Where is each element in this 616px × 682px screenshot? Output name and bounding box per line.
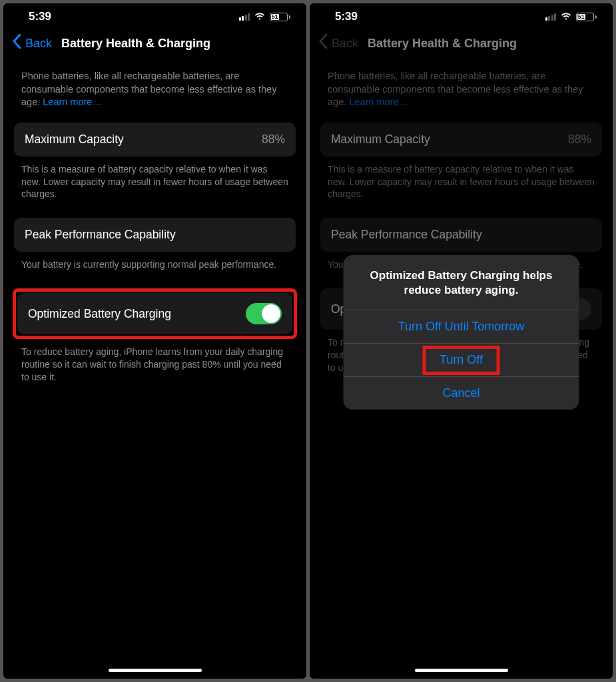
optimized-charging-footer: To reduce battery aging, iPhone learns f… bbox=[14, 339, 296, 401]
peak-performance-footer: Your battery is currently supporting nor… bbox=[14, 252, 296, 288]
back-button: Back bbox=[332, 37, 358, 51]
back-chevron-icon bbox=[319, 34, 328, 53]
peak-performance-row[interactable]: Peak Performance Capability bbox=[14, 218, 296, 252]
home-indicator[interactable] bbox=[109, 669, 202, 672]
max-capacity-row[interactable]: Maximum Capacity 88% bbox=[14, 123, 296, 157]
battery-icon: 51 bbox=[576, 13, 597, 21]
max-capacity-value: 88% bbox=[568, 133, 591, 147]
peak-performance-label: Peak Performance Capability bbox=[25, 228, 176, 242]
action-sheet-title: Optimized Battery Charging helps reduce … bbox=[343, 255, 579, 310]
learn-more-link: Learn more… bbox=[349, 97, 408, 107]
phone-screen-left: 5:39 51 Back Battery Health & Charging P… bbox=[3, 3, 306, 679]
intro-text: Phone batteries, like all rechargeable b… bbox=[320, 61, 602, 123]
page-title: Battery Health & Charging bbox=[61, 37, 210, 51]
max-capacity-label: Maximum Capacity bbox=[25, 133, 124, 147]
learn-more-link[interactable]: Learn more… bbox=[43, 97, 102, 107]
optimized-charging-label: Optimized Battery Charging bbox=[28, 307, 171, 321]
cellular-signal-icon bbox=[239, 13, 250, 21]
turn-off-until-tomorrow-button[interactable]: Turn Off Until Tomorrow bbox=[343, 310, 579, 344]
intro-text: Phone batteries, like all rechargeable b… bbox=[14, 61, 296, 123]
optimized-charging-toggle[interactable] bbox=[246, 303, 282, 324]
page-title: Battery Health & Charging bbox=[368, 37, 517, 51]
status-bar: 5:39 51 bbox=[310, 3, 613, 29]
status-time: 5:39 bbox=[29, 10, 51, 23]
max-capacity-row: Maximum Capacity 88% bbox=[320, 123, 602, 157]
status-time: 5:39 bbox=[335, 10, 358, 23]
wifi-icon bbox=[254, 10, 266, 23]
back-button[interactable]: Back bbox=[25, 37, 52, 51]
max-capacity-footer: This is a measure of battery capacity re… bbox=[14, 157, 296, 218]
battery-icon: 51 bbox=[270, 13, 290, 21]
phone-screen-right: 5:39 51 Back Battery Health & Charging P… bbox=[310, 3, 613, 679]
max-capacity-footer: This is a measure of battery capacity re… bbox=[320, 157, 602, 218]
peak-performance-row: Peak Performance Capability bbox=[320, 218, 602, 252]
back-chevron-icon[interactable] bbox=[13, 34, 21, 53]
nav-bar: Back Battery Health & Charging bbox=[310, 29, 613, 61]
nav-bar: Back Battery Health & Charging bbox=[3, 29, 306, 61]
cellular-signal-icon bbox=[545, 13, 557, 21]
max-capacity-value: 88% bbox=[262, 133, 285, 147]
cancel-button[interactable]: Cancel bbox=[343, 377, 579, 410]
max-capacity-label: Maximum Capacity bbox=[331, 133, 430, 147]
highlight-annotation: Optimized Battery Charging bbox=[13, 288, 297, 339]
status-bar: 5:39 51 bbox=[3, 3, 306, 29]
turn-off-button[interactable]: Turn Off bbox=[343, 344, 579, 377]
peak-performance-label: Peak Performance Capability bbox=[331, 228, 482, 242]
wifi-icon bbox=[560, 10, 572, 23]
home-indicator[interactable] bbox=[415, 669, 508, 672]
optimized-charging-row: Optimized Battery Charging bbox=[17, 293, 292, 334]
action-sheet: Optimized Battery Charging helps reduce … bbox=[343, 255, 579, 410]
